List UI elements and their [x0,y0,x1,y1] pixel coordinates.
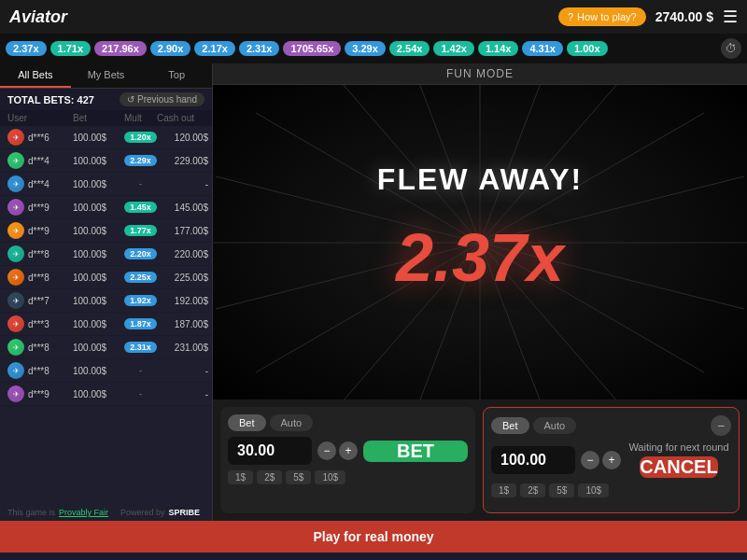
menu-icon[interactable]: ☰ [723,7,738,27]
multiplier-badge: - [124,365,157,376]
decrement-button-1[interactable]: − [317,441,336,460]
mult-pill[interactable]: 2.17x [194,41,235,56]
bet-tab-1[interactable]: Bet [228,414,266,431]
provably-fair-label: This game is Provably Fair Powered by SP… [0,504,212,521]
game-canvas: FLEW AWAY! 2.37x [213,85,747,399]
prev-hand-button[interactable]: ↺ Previous hand [120,92,204,106]
table-row: ✈d***6 100.00$ 1.20x 120.00$ [0,126,212,149]
mult-pill[interactable]: 2.31x [239,41,280,56]
multiplier-bar: 2.37x 1.71x 217.96x 2.90x 2.17x 2.31x 17… [0,34,747,63]
multiplier-badge: 1.45x [124,202,157,213]
stepper-1: − + [317,441,358,460]
mult-pill[interactable]: 1.00x [567,41,608,56]
quick-bets-2: 1$ 2$ 5$ 10$ [491,483,731,497]
panel-1-tabs: Bet Auto [228,414,468,431]
multiplier-display: 2.37x [396,219,564,296]
auto-tab-2[interactable]: Auto [533,417,577,434]
multiplier-badge: 2.20x [124,248,157,259]
how-to-play-button[interactable]: ? How to play? [558,7,646,26]
table-row: ✈d***8 100.00$ 2.20x 220.00$ [0,243,212,266]
mult-pill[interactable]: 1.42x [433,41,474,56]
bet-panel-2: Bet Auto − − + Waiting for next round CA… [483,407,740,513]
bets-header: TOTAL BETS: 427 ↺ Previous hand [0,89,212,110]
avatar: ✈ [7,152,24,169]
left-panel: All Bets My Bets Top TOTAL BETS: 427 ↺ P… [0,63,213,521]
mult-pill[interactable]: 3.29x [345,41,386,56]
avatar: ✈ [7,315,24,332]
mult-pill[interactable]: 4.31x [522,41,563,56]
table-row: ✈d***4 100.00$ 2.29x 229.00$ [0,149,212,173]
quick-bet-1s[interactable]: 1$ [228,470,253,484]
cancel-button[interactable]: CANCEL [640,456,717,478]
top-bar: Aviator ? How to play? 2740.00 $ ☰ [0,0,747,34]
mult-pill[interactable]: 1.71x [50,41,92,56]
history-timer-icon[interactable]: ⏱ [721,38,741,59]
avatar: ✈ [7,245,24,262]
decrement-button-2[interactable]: − [581,451,599,469]
multiplier-badge: 1.20x [124,132,157,143]
waiting-text: Waiting for next round [628,441,728,453]
logo: Aviator [9,7,67,27]
mult-pill[interactable]: 2.90x [150,41,191,56]
provably-fair-link[interactable]: Provably Fair [59,508,108,517]
multiplier-badge: 2.29x [124,155,157,166]
fun-mode-bar: FUN MODE [213,63,747,85]
flew-away-text: FLEW AWAY! [377,162,583,197]
table-row: ✈d***3 100.00$ 1.87x 187.00$ [0,313,212,336]
bet-amount-input-1[interactable] [228,437,312,465]
increment-button-2[interactable]: + [602,451,621,469]
main-layout: All Bets My Bets Top TOTAL BETS: 427 ↺ P… [0,63,747,521]
multiplier-badge: 2.25x [124,272,157,283]
mult-pill[interactable]: 2.54x [389,41,430,56]
quick-bet-5s[interactable]: 5$ [286,470,311,484]
mult-pill[interactable]: 2.37x [6,41,47,56]
table-row: ✈d***9 100.00$ - - [0,383,212,406]
increment-button-1[interactable]: + [339,441,358,460]
question-icon: ? [568,11,573,22]
multiplier-badge: - [124,178,157,189]
avatar: ✈ [7,385,24,402]
top-right: ? How to play? 2740.00 $ ☰ [558,7,738,27]
stepper-2: − + [581,451,621,469]
bet-tab-2[interactable]: Bet [491,417,529,434]
table-row: ✈d***8 100.00$ 2.31x 231.00$ [0,336,212,359]
multiplier-badge: - [124,388,157,399]
table-row: ✈d***4 100.00$ - - [0,173,212,196]
quick-bet2-2s[interactable]: 2$ [520,483,545,497]
bet-button-1[interactable]: BET [363,441,468,462]
quick-bet2-10s[interactable]: 10$ [578,483,609,497]
total-bets-label: TOTAL BETS: 427 [7,94,94,105]
quick-bets-1: 1$ 2$ 5$ 10$ [228,470,468,484]
avatar: ✈ [7,222,24,239]
table-row: ✈d***8 100.00$ - - [0,359,212,383]
tab-all-bets[interactable]: All Bets [0,63,71,88]
table-header: User Bet Mult Cash out [0,110,212,126]
bets-list: ✈d***6 100.00$ 1.20x 120.00$ ✈d***4 100.… [0,126,212,504]
multiplier-badge: 1.92x [124,295,157,306]
quick-bet-10s[interactable]: 10$ [315,470,345,484]
tab-top[interactable]: Top [141,63,212,88]
avatar: ✈ [7,292,24,309]
bottom-controls: Bet Auto − + BET 1$ 2$ 5$ 10$ [213,399,747,521]
multiplier-badge: 2.31x [124,342,157,353]
bets-tabs: All Bets My Bets Top [0,63,212,89]
table-row: ✈d***9 100.00$ 1.45x 145.00$ [0,196,212,219]
quick-bet2-1s[interactable]: 1$ [491,483,516,497]
quick-bet2-5s[interactable]: 5$ [549,483,574,497]
play-real-money-bar[interactable]: Play for real money [0,521,747,553]
tab-my-bets[interactable]: My Bets [71,63,142,88]
table-row: ✈d***9 100.00$ 1.77x 177.00$ [0,219,212,243]
panel-2-tabs: Bet Auto [491,417,576,434]
auto-tab-1[interactable]: Auto [270,414,314,431]
avatar: ✈ [7,199,24,216]
collapse-button-2[interactable]: − [711,415,731,436]
bet-amount-input-2[interactable] [491,446,575,474]
history-icon: ↺ [127,94,134,105]
table-row: ✈d***7 100.00$ 1.92x 192.00$ [0,289,212,313]
quick-bet-2s[interactable]: 2$ [257,470,282,484]
mult-pill[interactable]: 1.14x [478,41,519,56]
bet-panel-1: Bet Auto − + BET 1$ 2$ 5$ 10$ [220,407,475,513]
mult-pill[interactable]: 1705.65x [283,41,341,56]
bet-input-row-1: − + BET [228,437,468,465]
mult-pill[interactable]: 217.96x [94,41,147,56]
